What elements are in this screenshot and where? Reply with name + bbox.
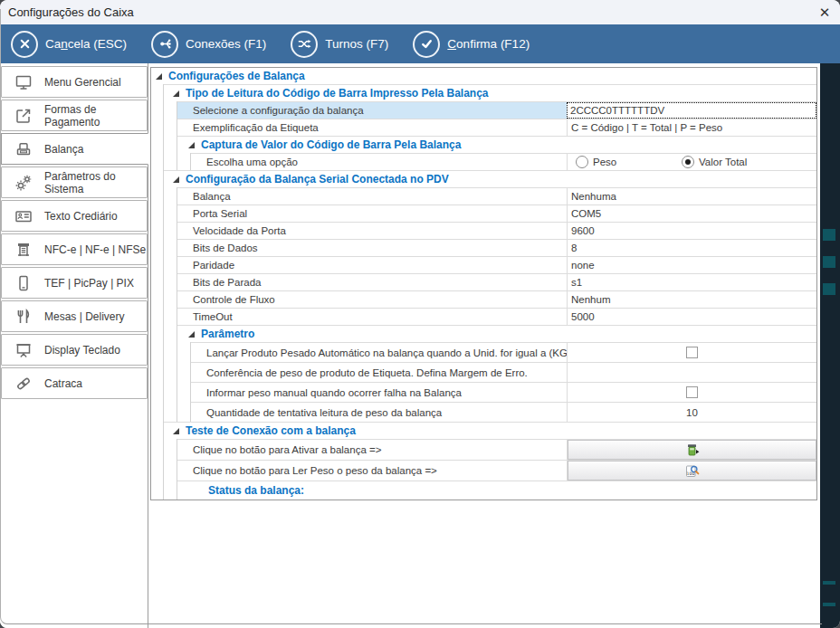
table-row-escolha-opcao[interactable]: Escolha uma opção Peso Valor Total — [191, 153, 816, 170]
read-weight-button-cell: 100 — [567, 461, 816, 481]
connections-button-label: Conexões (F1) — [186, 37, 266, 51]
sidebar-item-texto-crediario[interactable]: Texto Crediário — [1, 200, 148, 232]
confirm-button-label: Confirma (F12) — [447, 37, 530, 51]
row-label[interactable]: Balança — [177, 188, 567, 205]
display-icon — [13, 340, 34, 360]
chain-icon — [13, 374, 34, 394]
sidebar-item-parametros-do-sistema[interactable]: Parâmetros do Sistema — [1, 167, 148, 198]
connections-button[interactable]: Conexões (F1) — [151, 31, 266, 58]
bits-dados-value-cell[interactable]: 8 — [567, 240, 816, 256]
table-row-exemplificacao[interactable]: Exemplificação da Etiqueta C = Código | … — [177, 119, 816, 136]
window-title: Configurações do Caixa — [0, 5, 134, 19]
scale-icon — [13, 139, 34, 159]
cutlery-icon — [13, 307, 34, 327]
table-row-velocidade[interactable]: Velocidade da Porta 9600 — [177, 222, 816, 239]
row-label[interactable]: Selecione a configuração da balança — [177, 102, 567, 119]
table-row-timeout[interactable]: TimeOut 5000 — [177, 308, 816, 325]
activate-scale-button[interactable] — [568, 440, 816, 460]
table-row-controle-fluxo[interactable]: Controle de Fluxo Nenhum — [177, 290, 816, 308]
monitor-icon — [13, 72, 34, 92]
row-label[interactable]: Controle de Fluxo — [177, 291, 567, 308]
table-row-selecione-configuracao[interactable]: Selecione a configuração da balança 2CCC… — [177, 101, 816, 119]
row-label[interactable]: Informar peso manual quando ocorrer falh… — [191, 383, 567, 402]
empty-value-cell[interactable] — [567, 363, 816, 382]
table-row-lancar-produto-pesado[interactable]: Lançar Produto Pesado Automático na bala… — [191, 342, 816, 362]
table-row-bits-dados[interactable]: Bits de Dados 8 — [177, 239, 816, 256]
row-label[interactable]: Velocidade da Porta — [177, 223, 567, 239]
group-body: Balança Nenhuma Porta Serial COM5 Veloci… — [177, 187, 816, 422]
table-row-ativar-balanca[interactable]: Clique no botão para Ativar a balança => — [177, 439, 816, 460]
toolbar: Cancela (ESC) Conexões (F1) Turnos (F7) … — [0, 24, 840, 63]
dialog-window: Configurações do Caixa ✕ Cancela (ESC) C… — [0, 0, 840, 628]
table-row-porta-serial[interactable]: Porta Serial COM5 — [177, 205, 816, 222]
timeout-value-cell[interactable]: 5000 — [567, 309, 816, 325]
confirm-button[interactable]: Confirma (F12) — [413, 31, 530, 58]
table-row-conferencia-peso[interactable]: Conferência de peso de produto de Etique… — [191, 362, 816, 382]
checkbox-unchecked-icon[interactable] — [686, 386, 698, 398]
table-row-ler-peso[interactable]: Clique no botão para Ler Peso o peso da … — [177, 460, 816, 481]
sidebar-item-display-teclado[interactable]: Display Teclado — [1, 334, 148, 366]
sidebar-item-catraca[interactable]: Catraca — [1, 367, 148, 399]
cancel-button[interactable]: Cancela (ESC) — [11, 31, 127, 58]
table-row-quantidade-tentativa[interactable]: Quantidade de tentativa leitura de peso … — [191, 402, 816, 422]
group-header-configuracao-serial[interactable]: Configuração da Balança Serial Conectada… — [164, 170, 816, 187]
sidebar-item-nfce-nfe-nfse[interactable]: NFC-e | NF-e | NFSe — [1, 233, 148, 265]
tentativas-value-cell[interactable]: 10 — [567, 403, 816, 422]
row-label[interactable]: Bits de Dados — [177, 240, 567, 256]
sidebar-item-mesas-delivery[interactable]: Mesas | Delivery — [1, 300, 148, 332]
table-row-bits-parada[interactable]: Bits de Parada s1 — [177, 273, 816, 290]
row-label[interactable]: Clique no botão para Ler Peso o peso da … — [177, 461, 567, 481]
scrollbar-marker — [823, 283, 835, 295]
checkbox-cell — [567, 383, 816, 402]
row-label[interactable]: Bits de Parada — [177, 274, 567, 290]
radio-peso[interactable]: Peso — [571, 156, 682, 168]
row-label[interactable]: Paridade — [177, 257, 567, 273]
expand-triangle-icon — [188, 331, 195, 338]
velocidade-value-cell[interactable]: 9600 — [567, 223, 816, 239]
close-icon[interactable]: ✕ — [809, 0, 840, 24]
title-bar: Configurações do Caixa ✕ — [0, 0, 840, 24]
radio-valor-total[interactable]: Valor Total — [682, 156, 747, 168]
smartphone-icon — [13, 273, 34, 293]
balanca-value-cell[interactable]: Nenhuma — [567, 188, 816, 205]
porta-serial-value-cell[interactable]: COM5 — [567, 205, 816, 222]
group-header-parametro[interactable]: Parâmetro — [177, 325, 816, 342]
checkbox-unchecked-icon[interactable] — [686, 347, 698, 358]
row-label[interactable]: Clique no botão para Ativar a balança => — [177, 440, 567, 460]
scrollbar-marker — [823, 229, 835, 241]
row-label[interactable]: TimeOut — [177, 309, 567, 325]
read-weight-button[interactable]: 100 — [568, 461, 816, 481]
row-label[interactable]: Conferência de peso de produto de Etique… — [191, 363, 567, 382]
group-header-captura-de-valor[interactable]: Captura de Valor do Código de Barra Pela… — [177, 136, 816, 153]
sidebar: Menu Gerencial Formas de Pagamento Balan… — [0, 63, 148, 628]
group-header-label: Tipo de Leitura do Código de Barra Impre… — [186, 87, 489, 100]
controle-fluxo-value-cell[interactable]: Nenhum — [567, 291, 816, 308]
option-value-cell: Peso Valor Total — [567, 154, 816, 170]
radio-circle-icon — [576, 156, 588, 168]
table-row-informar-peso-manual[interactable]: Informar peso manual quando ocorrer falh… — [191, 382, 816, 402]
shifts-button[interactable]: Turnos (F7) — [291, 31, 388, 58]
row-label[interactable]: Porta Serial — [177, 205, 567, 222]
row-label[interactable]: Exemplificação da Etiqueta — [177, 119, 567, 136]
expand-triangle-icon — [188, 142, 195, 148]
sidebar-item-formas-de-pagamento[interactable]: Formas de Pagamento — [1, 100, 148, 131]
row-label[interactable]: Lançar Produto Pesado Automático na bala… — [191, 343, 567, 362]
group-header-teste-conexao[interactable]: Teste de Conexão com a balança — [164, 422, 816, 439]
bits-parada-value-cell[interactable]: s1 — [567, 274, 816, 290]
group-header-configuracoes-de-balanca[interactable]: Configurações de Balança — [151, 68, 816, 84]
table-row-paridade[interactable]: Paridade none — [177, 256, 816, 273]
sidebar-item-tef-picpay-pix[interactable]: TEF | PicPay | PIX — [1, 267, 148, 299]
sidebar-item-menu-gerencial[interactable]: Menu Gerencial — [1, 66, 148, 98]
row-label[interactable]: Escolha uma opção — [191, 154, 567, 170]
sidebar-item-balanca[interactable]: Balança — [1, 133, 148, 165]
scale-config-value-cell[interactable]: 2CCCC0TTTTTTDV — [567, 102, 816, 119]
table-row-balanca[interactable]: Balança Nenhuma — [177, 187, 816, 205]
group-header-tipo-de-leitura[interactable]: Tipo de Leitura do Código de Barra Impre… — [164, 84, 816, 101]
group-body: Lançar Produto Pesado Automático na bala… — [190, 342, 816, 422]
sidebar-item-label: Display Teclado — [44, 344, 120, 357]
group-body: Clique no botão para Ativar a balança => — [177, 439, 816, 500]
activate-scale-icon — [685, 442, 700, 457]
paridade-value-cell[interactable]: none — [567, 257, 816, 273]
sidebar-item-label: Texto Crediário — [44, 210, 118, 223]
row-label[interactable]: Quantidade de tentativa leitura de peso … — [191, 403, 567, 422]
